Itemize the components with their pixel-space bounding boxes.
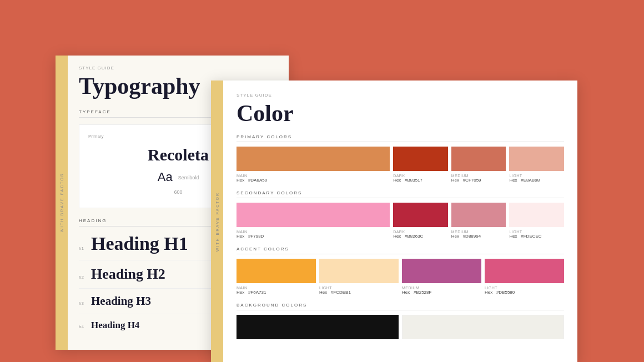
color-stripe-text: With Brave Factor (215, 192, 219, 252)
heading-num-h1: h1 (79, 246, 91, 251)
background-colors-section: Background Colors (237, 303, 564, 342)
heading-h3-text: Heading H3 (91, 294, 151, 308)
swatch-accent-main1: Main Hex #F6A731 (237, 259, 316, 295)
swatch-primary-light-info: Light Hex #E8AB98 (509, 174, 564, 183)
swatch-bg-dark (237, 315, 399, 342)
color-style-guide-label: Style Guide (237, 93, 564, 98)
swatch-primary-main-type: Main (237, 174, 390, 178)
swatch-primary-main: Main Hex #DA8A50 (237, 147, 390, 183)
swatch-primary-light-block (509, 147, 564, 171)
color-title: Color (237, 100, 564, 127)
typeface-sample-text: Aa (158, 170, 173, 184)
swatch-primary-dark: Dark Hex #B83517 (393, 147, 448, 183)
swatch-primary-main-hex: Hex #DA8A50 (237, 178, 390, 183)
swatch-bg-light-block (402, 315, 564, 339)
heading-num-h2: h2 (79, 275, 91, 280)
swatch-accent-medium2: Medium Hex #B2528F (402, 259, 481, 295)
swatch-secondary-light: Light Hex #FDECEC (509, 203, 564, 239)
swatch-primary-medium-type: Medium (451, 174, 506, 178)
typography-stripe-text: With Brave Factor (60, 173, 64, 232)
color-stripe: With Brave Factor (211, 81, 223, 362)
swatch-bg-light (402, 315, 564, 342)
swatch-secondary-medium-type: Medium (451, 230, 506, 234)
swatch-primary-dark-info: Dark Hex #B83517 (393, 174, 448, 183)
heading-h4-text: Heading H4 (91, 320, 139, 331)
typography-style-guide-label: Style Guide (79, 66, 278, 71)
heading-num-h3: h3 (79, 301, 91, 306)
heading-num-h4: h4 (79, 324, 91, 329)
swatch-accent-light1-block (319, 259, 399, 283)
typography-stripe: With Brave Factor (56, 56, 68, 350)
swatch-secondary-medium: Medium Hex #D88994 (451, 203, 506, 239)
swatch-primary-light-type: Light (509, 174, 564, 178)
swatch-secondary-medium-hex: Hex #D88994 (451, 234, 506, 239)
swatch-secondary-light-type: Light (509, 230, 564, 234)
accent-colors-section: Accent Colors Main Hex #F6A731 Light (237, 247, 564, 295)
swatch-secondary-dark-info: Dark Hex #B8263C (393, 230, 448, 239)
heading-h1-text: Heading H1 (91, 233, 188, 254)
swatch-secondary-light-info: Light Hex #FDECEC (509, 230, 564, 239)
swatch-primary-main-info: Main Hex #DA8A50 (237, 174, 390, 183)
color-card: With Brave Factor Style Guide Color Prim… (211, 81, 577, 362)
swatch-secondary-main-block (237, 203, 390, 227)
swatch-accent-main1-info: Main Hex #F6A731 (237, 286, 316, 295)
primary-swatches: Main Hex #DA8A50 Dark Hex #B83517 (237, 147, 564, 183)
swatch-secondary-medium-block (451, 203, 506, 227)
swatch-secondary-main-type: Main (237, 230, 390, 234)
swatch-secondary-dark: Dark Hex #B8263C (393, 203, 448, 239)
swatch-secondary-main-info: Main Hex #F798D (237, 230, 390, 239)
swatch-accent-light2-hex: Hex #DB5580 (485, 290, 564, 295)
secondary-section-label: Secondary Colors (237, 190, 564, 198)
secondary-swatches: Main Hex #F798D Dark Hex #B8263C (237, 203, 564, 239)
swatch-accent-light1-hex: Hex #FCDEB1 (319, 290, 399, 295)
swatch-accent-main1-type: Main (237, 286, 316, 290)
swatch-secondary-dark-block (393, 203, 448, 227)
swatch-accent-medium2-block (402, 259, 481, 283)
heading-h2-text: Heading H2 (91, 266, 165, 283)
swatch-accent-light2-info: Light Hex #DB5580 (485, 286, 564, 295)
swatch-primary-light: Light Hex #E8AB98 (509, 147, 564, 183)
swatch-primary-main-block (237, 147, 390, 171)
swatch-accent-main1-hex: Hex #F6A731 (237, 290, 316, 295)
swatch-secondary-light-block (509, 203, 564, 227)
swatch-primary-medium: Medium Hex #CF7059 (451, 147, 506, 183)
swatch-accent-light2-block (485, 259, 564, 283)
swatch-accent-light2: Light Hex #DB5580 (485, 259, 564, 295)
swatch-accent-light1-type: Light (319, 286, 399, 290)
swatch-primary-dark-type: Dark (393, 174, 448, 178)
swatch-accent-medium2-info: Medium Hex #B2528F (402, 286, 481, 295)
swatch-bg-dark-block (237, 315, 399, 339)
swatch-primary-medium-hex: Hex #CF7059 (451, 178, 506, 183)
accent-section-label: Accent Colors (237, 247, 564, 254)
swatch-accent-light2-type: Light (485, 286, 564, 290)
swatch-secondary-dark-hex: Hex #B8263C (393, 234, 448, 239)
background-section-label: Background Colors (237, 303, 564, 310)
primary-section-label: Primary Colors (237, 134, 564, 142)
swatch-primary-medium-block (451, 147, 506, 171)
swatch-accent-main1-block (237, 259, 316, 283)
swatch-primary-light-hex: Hex #E8AB98 (509, 178, 564, 183)
accent-swatches: Main Hex #F6A731 Light Hex #FCDEB1 (237, 259, 564, 295)
primary-colors-section: Primary Colors Main Hex #DA8A50 Dark (237, 134, 564, 183)
swatch-secondary-main-hex: Hex #F798D (237, 234, 390, 239)
background-swatches (237, 315, 564, 342)
secondary-colors-section: Secondary Colors Main Hex #F798D Dark (237, 190, 564, 239)
swatch-secondary-dark-type: Dark (393, 230, 448, 234)
swatch-primary-dark-block (393, 147, 448, 171)
swatch-accent-medium2-type: Medium (402, 286, 481, 290)
swatch-secondary-medium-info: Medium Hex #D88994 (451, 230, 506, 239)
canvas: With Brave Factor Style Guide Typography… (0, 0, 644, 362)
swatch-accent-medium2-hex: Hex #B2528F (402, 290, 481, 295)
color-content: Style Guide Color Primary Colors Main He… (223, 81, 577, 362)
swatch-accent-light1-info: Light Hex #FCDEB1 (319, 286, 399, 295)
swatch-secondary-light-hex: Hex #FDECEC (509, 234, 564, 239)
swatch-accent-light1: Light Hex #FCDEB1 (319, 259, 399, 295)
swatch-secondary-main: Main Hex #F798D (237, 203, 390, 239)
swatch-primary-medium-info: Medium Hex #CF7059 (451, 174, 506, 183)
swatch-primary-dark-hex: Hex #B83517 (393, 178, 448, 183)
typeface-weight: Semibold 600 (174, 175, 199, 195)
